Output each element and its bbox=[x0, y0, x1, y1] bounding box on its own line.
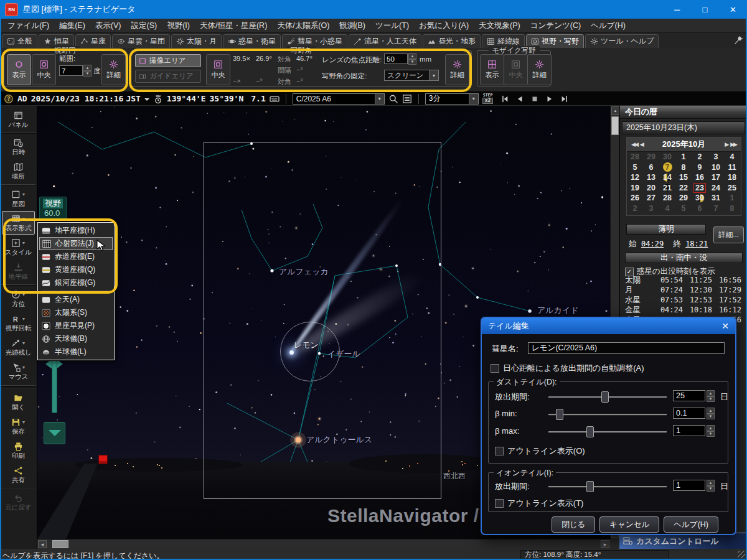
scroll-right-icon[interactable]: ▶ bbox=[601, 540, 609, 548]
beta-max-slider[interactable] bbox=[548, 431, 667, 433]
dialog-title-bar[interactable]: テイル編集 ✕ bbox=[482, 318, 735, 334]
calendar-day[interactable]: 18 bbox=[724, 172, 740, 183]
menu-item[interactable]: 表示(V) bbox=[90, 21, 126, 31]
ion-period-input[interactable] bbox=[673, 480, 705, 491]
menu-item-m-hemisphere[interactable]: 半球儀(L) bbox=[39, 345, 113, 358]
sidebar-item-datetime[interactable]: 日時 bbox=[2, 135, 35, 159]
beta-min-spinner[interactable]: ▲▼ bbox=[707, 408, 715, 419]
vertical-scroll-thumb[interactable] bbox=[611, 116, 619, 135]
step-multiplier-icon[interactable]: STEPx2 bbox=[482, 93, 494, 105]
menu-item[interactable]: 設定(S) bbox=[126, 21, 162, 31]
range-input[interactable] bbox=[59, 65, 83, 76]
calendar-day[interactable]: 11 bbox=[724, 162, 740, 173]
prev-year-button[interactable]: ◀◀ bbox=[630, 141, 639, 147]
twilight-detail-button[interactable]: 詳細... bbox=[713, 226, 744, 243]
mosaic-detail-button[interactable]: 詳細 bbox=[527, 54, 552, 85]
calendar-day[interactable]: 20 bbox=[643, 183, 659, 194]
menu-item[interactable]: お気に入り(A) bbox=[414, 21, 474, 31]
calendar-day[interactable]: 9 bbox=[692, 162, 708, 173]
sidebar-item-trail[interactable]: ▼光跡残し bbox=[2, 335, 35, 359]
menu-item[interactable]: ヘルプ(H) bbox=[586, 21, 631, 31]
tab-general[interactable]: 全般 bbox=[2, 34, 37, 48]
menu-item[interactable]: ファイル(F) bbox=[2, 21, 54, 31]
comet-name-input[interactable] bbox=[528, 342, 725, 354]
calendar-day[interactable]: 29 bbox=[643, 152, 659, 162]
tab-meteor[interactable]: 流星・人工天体 bbox=[349, 34, 421, 48]
menu-item-m-allsky[interactable]: 全天(A) bbox=[39, 293, 113, 306]
dust-period-slider[interactable] bbox=[548, 396, 667, 398]
mosaic-show-button[interactable]: 表示 bbox=[480, 54, 504, 85]
menu-item[interactable]: ツール(T) bbox=[370, 21, 414, 31]
now-clock-icon[interactable]: NOW bbox=[153, 94, 163, 104]
fov-slider-bar[interactable] bbox=[52, 358, 57, 413]
dust-period-input[interactable] bbox=[673, 390, 705, 401]
tab-sunmoon[interactable]: 太陽・月 bbox=[171, 34, 222, 48]
calendar-day[interactable]: 29 bbox=[675, 193, 692, 203]
object-combo[interactable]: C/2025 A6▼ bbox=[293, 93, 385, 105]
calendar-day[interactable]: 4 bbox=[724, 152, 740, 162]
dialog-close-icon[interactable]: ✕ bbox=[721, 321, 729, 331]
calendar-day[interactable]: 5 bbox=[627, 162, 643, 173]
menu-item-m-planisphere[interactable]: 星座早見(P) bbox=[39, 319, 113, 332]
menu-item[interactable]: 天体/恒星・星座(R) bbox=[195, 21, 272, 31]
fov-fix-select[interactable]: スクリーン▼ bbox=[384, 70, 439, 81]
calendar-day[interactable]: 1 bbox=[675, 152, 692, 162]
calendar-day[interactable]: 28 bbox=[659, 193, 675, 203]
keyboard-icon[interactable] bbox=[270, 94, 280, 104]
pin-icon[interactable] bbox=[734, 35, 743, 45]
sidebar-item-map[interactable]: 場所 bbox=[2, 159, 35, 183]
latitude-value[interactable]: 35°39'N bbox=[209, 94, 243, 103]
minimize-button[interactable]: ─ bbox=[663, 0, 691, 19]
resize-grip[interactable] bbox=[738, 551, 745, 558]
fov-center-button[interactable]: 中央 bbox=[206, 54, 230, 85]
horizontal-scroll-thumb[interactable] bbox=[52, 540, 68, 548]
sidebar-item-folder[interactable]: 開く bbox=[2, 390, 35, 414]
view-circle-detail-button[interactable]: 詳細 bbox=[101, 54, 126, 85]
time-step-combo[interactable]: 3分▼ bbox=[425, 93, 479, 105]
dialog-close-button[interactable]: 閉じる bbox=[552, 516, 595, 533]
ion-outline-checkbox[interactable]: アウトライン表示(T) bbox=[495, 498, 583, 509]
menu-item-m-globe[interactable]: 天球儀(B) bbox=[39, 332, 113, 345]
search-icon[interactable] bbox=[388, 94, 398, 104]
calendar-day[interactable]: 2 bbox=[627, 203, 643, 214]
sidebar-item-printer[interactable]: 印刷 bbox=[2, 439, 35, 462]
ion-period-spinner[interactable]: ▲▼ bbox=[707, 480, 715, 492]
limit-magnitude-value[interactable]: 7.1 bbox=[251, 94, 265, 103]
ion-period-slider[interactable] bbox=[548, 486, 667, 488]
calendar-day[interactable]: 26 bbox=[627, 193, 643, 203]
tab-constellation[interactable]: 星座 bbox=[75, 34, 111, 48]
menu-item-m-ecliptic[interactable]: 黄道座標(Q) bbox=[39, 263, 113, 276]
next-month-button[interactable]: ▶ bbox=[723, 141, 729, 147]
tab-terrain[interactable]: 昼光・地形 bbox=[423, 34, 481, 48]
calendar-day[interactable]: 24 bbox=[708, 183, 724, 194]
prev-month-button[interactable]: ◀ bbox=[639, 141, 644, 147]
calendar-day[interactable]: 3 bbox=[643, 203, 659, 214]
focal-length-spinner[interactable]: ▲▼ bbox=[408, 53, 416, 65]
twilight-end-time[interactable]: 18:21 bbox=[685, 240, 708, 248]
calendar-day[interactable]: 2 bbox=[692, 152, 708, 162]
sidebar-item-projection[interactable]: ▼表示形式 bbox=[2, 211, 35, 235]
calendar-day[interactable]: 4 bbox=[659, 203, 675, 214]
timezone-dropdown-icon[interactable] bbox=[144, 98, 149, 103]
menu-item-m-horizon[interactable]: 地平座標(H) bbox=[39, 224, 113, 237]
sidebar-item-compass[interactable]: ▼方位 bbox=[2, 287, 35, 310]
beta-min-slider[interactable] bbox=[548, 414, 667, 416]
menu-item-m-galactic[interactable]: 銀河座標(G) bbox=[39, 276, 113, 289]
calendar-day[interactable]: 14 bbox=[659, 172, 675, 183]
calendar-day[interactable]: 19 bbox=[627, 183, 643, 194]
fov-detail-button[interactable]: 詳細 bbox=[445, 54, 469, 85]
calendar-day[interactable]: 7 bbox=[659, 162, 675, 173]
sidebar-item-style[interactable]: ▼スタイル bbox=[2, 235, 35, 259]
calendar-day[interactable]: 10 bbox=[708, 162, 724, 173]
calendar-day[interactable]: 8 bbox=[724, 203, 740, 214]
menu-item-m-solar[interactable]: 太陽系(S) bbox=[39, 306, 113, 319]
calendar-day[interactable]: 17 bbox=[708, 172, 724, 183]
scroll-left-icon[interactable]: ◀ bbox=[38, 540, 47, 548]
calendar-day[interactable]: 12 bbox=[627, 172, 643, 183]
longitude-value[interactable]: 139°44'E bbox=[167, 94, 206, 103]
menu-item[interactable]: コンテンツ(C) bbox=[525, 21, 586, 31]
next-year-button[interactable]: ▶▶ bbox=[729, 141, 738, 147]
skip-end-button[interactable] bbox=[558, 93, 571, 104]
play-button[interactable] bbox=[543, 93, 556, 104]
view-circle-center-button[interactable]: 中央 bbox=[32, 54, 56, 85]
